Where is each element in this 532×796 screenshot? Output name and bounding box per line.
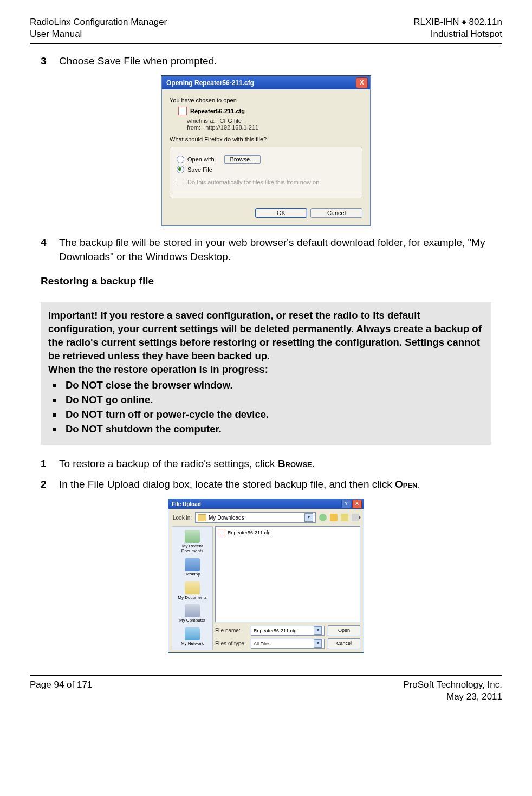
desktop-icon	[185, 558, 200, 571]
note-bullet-2: Do NOT go online.	[62, 393, 484, 407]
footer-rule	[30, 675, 502, 676]
restore-step-1: 1 To restore a backup of the radio's set…	[41, 457, 491, 471]
my-computer-icon	[185, 604, 200, 617]
file-list-item-name: Repeater56-211.cfg	[228, 530, 271, 535]
header-right-line1: RLXIB-IHN ♦ 802.11n	[413, 16, 502, 28]
save-file-dialog: Opening Repeater56-211.cfg X You have ch…	[161, 76, 371, 226]
chevron-down-icon[interactable]: ▾	[304, 513, 313, 522]
dialog1-separator	[170, 192, 362, 192]
note-paragraph-1: Important! If you restore a saved config…	[48, 309, 484, 363]
recent-documents-icon	[185, 530, 200, 543]
filename-label: File name:	[215, 627, 248, 633]
footer-date: May 23, 2011	[403, 691, 502, 703]
my-network-icon	[185, 627, 200, 640]
file-upload-dialog: File Upload ? X Look in: My Downloads ▾	[168, 499, 364, 653]
close-icon[interactable]: X	[356, 77, 368, 88]
cfg-file-icon	[178, 107, 187, 115]
cancel-button[interactable]: Cancel	[310, 208, 362, 218]
save-file-label: Save File	[187, 166, 212, 173]
step-4-number: 4	[41, 236, 59, 263]
footer-page-number: Page 94 of 171	[30, 679, 92, 703]
places-bar: My Recent Documents Desktop My Documents…	[172, 526, 213, 650]
note-bullet-3: Do NOT turn off or power-cycle the devic…	[62, 408, 484, 422]
note-paragraph-2: When the the restore operation is in pro…	[48, 363, 484, 377]
dialog2-titlebar: File Upload ? X	[168, 499, 364, 509]
restore-step-2-button-ref: Open	[395, 478, 418, 490]
restoring-heading: Restoring a backup file	[41, 275, 491, 287]
cancel-button[interactable]: Cancel	[328, 638, 360, 649]
restore-step-2-number: 2	[41, 477, 59, 491]
view-menu-icon[interactable]	[352, 514, 359, 521]
new-folder-icon[interactable]	[341, 514, 348, 521]
dialog1-question: What should Firefox do with this file?	[170, 136, 362, 143]
chevron-down-icon[interactable]: ▾	[314, 626, 322, 635]
step-3-number: 3	[41, 54, 59, 68]
cfg-file-icon	[218, 529, 225, 536]
chevron-down-icon[interactable]: ▾	[314, 639, 322, 648]
restore-step-1-pre: To restore a backup of the radio's setti…	[59, 458, 278, 469]
dialog1-titlebar: Opening Repeater56-211.cfg X	[162, 76, 370, 89]
ok-button[interactable]: OK	[255, 208, 307, 218]
step-4-text: The backup file will be stored in your w…	[59, 236, 491, 263]
note-bullet-1: Do NOT close the browser window.	[62, 379, 484, 392]
save-file-radio[interactable]	[177, 166, 184, 173]
open-button[interactable]: Open	[328, 625, 360, 636]
restore-step-1-button-ref: Browse	[278, 458, 312, 469]
back-icon[interactable]	[319, 514, 327, 521]
places-network[interactable]: My Network	[181, 627, 204, 646]
dialog1-chosen-label: You have chosen to open	[170, 97, 362, 103]
step-3-text: Choose Save File when prompted.	[59, 54, 491, 68]
file-list[interactable]: Repeater56-211.cfg	[215, 526, 360, 622]
dialog1-filename: Repeater56-211.cfg	[190, 108, 245, 114]
filetype-label: Files of type:	[215, 640, 248, 646]
dialog1-action-panel: Open with Browse... Save File Do this au…	[170, 147, 362, 198]
restore-step-2: 2 In the File Upload dialog box, locate …	[41, 477, 491, 491]
help-icon[interactable]: ?	[341, 500, 351, 508]
which-is-value: CFG file	[220, 118, 242, 124]
step-4: 4 The backup file will be stored in your…	[41, 236, 491, 263]
restore-step-2-post: .	[418, 478, 420, 490]
from-value: http://192.168.1.211	[205, 124, 258, 131]
page-header: RadioLinx Configuration Manager User Man…	[30, 16, 502, 40]
header-right-line2: Industrial Hotspot	[413, 28, 502, 40]
page-footer: Page 94 of 171 ProSoft Technology, Inc. …	[30, 679, 502, 703]
my-documents-icon	[185, 581, 200, 594]
header-left-line2: User Manual	[30, 28, 167, 40]
filename-input[interactable]: Repeater56-211.cfg▾	[251, 626, 325, 636]
open-with-radio[interactable]	[177, 156, 184, 163]
dialog1-title-text: Opening Repeater56-211.cfg	[166, 79, 254, 87]
places-recent[interactable]: My Recent Documents	[173, 530, 211, 554]
restore-step-1-post: .	[312, 458, 315, 469]
file-list-item[interactable]: Repeater56-211.cfg	[218, 529, 358, 536]
dialog2-title-text: File Upload	[172, 501, 201, 507]
folder-icon	[198, 514, 206, 521]
header-rule	[30, 43, 502, 44]
open-with-label: Open with	[187, 156, 215, 163]
important-note-box: Important! If you restore a saved config…	[41, 302, 491, 445]
auto-checkbox[interactable]	[177, 179, 184, 186]
step-3: 3 Choose Save File when prompted.	[41, 54, 491, 68]
filetype-combo[interactable]: All Files▾	[251, 639, 325, 649]
look-in-value: My Downloads	[209, 515, 244, 521]
places-computer[interactable]: My Computer	[179, 604, 205, 623]
which-is-label: which is a:	[187, 118, 215, 124]
header-left-line1: RadioLinx Configuration Manager	[30, 16, 167, 28]
note-bullet-4: Do NOT shutdown the computer.	[62, 423, 484, 436]
from-label: from:	[187, 124, 200, 131]
restore-step-2-pre: In the File Upload dialog box, locate th…	[59, 478, 395, 490]
auto-label: Do this automatically for files like thi…	[187, 179, 321, 185]
places-desktop[interactable]: Desktop	[184, 558, 200, 577]
look-in-combo[interactable]: My Downloads ▾	[195, 512, 316, 523]
restore-step-1-number: 1	[41, 457, 59, 471]
places-documents[interactable]: My Documents	[178, 581, 206, 600]
close-icon[interactable]: X	[352, 500, 362, 508]
footer-company: ProSoft Technology, Inc.	[403, 679, 502, 691]
browse-button[interactable]: Browse...	[224, 155, 261, 164]
up-folder-icon[interactable]	[330, 514, 338, 521]
look-in-label: Look in:	[173, 515, 192, 521]
